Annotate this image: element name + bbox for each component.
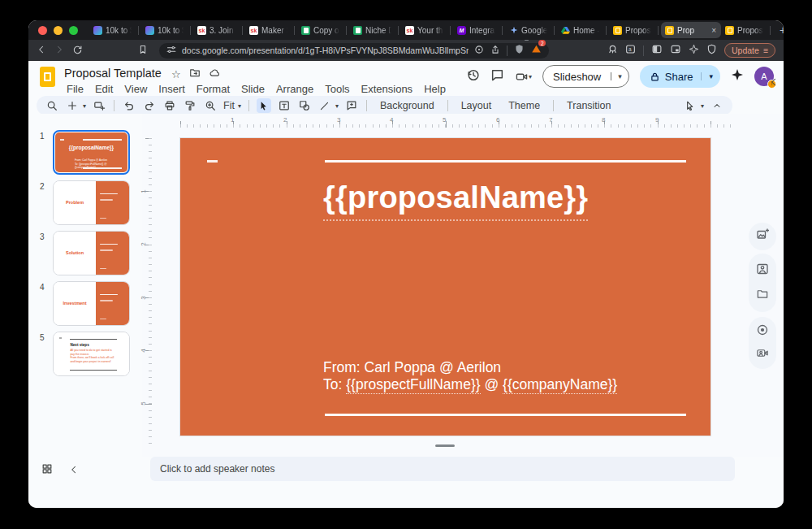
- menu-help[interactable]: Help: [418, 82, 451, 96]
- menu-edit[interactable]: Edit: [89, 82, 119, 96]
- browser-tab[interactable]: 10k to $1: [141, 22, 188, 38]
- theme-button[interactable]: Theme: [503, 100, 546, 111]
- redo-button[interactable]: [142, 98, 157, 113]
- folder-icon[interactable]: [756, 288, 769, 303]
- browser-tab[interactable]: Proposal: [609, 22, 655, 38]
- cloud-status-icon[interactable]: [209, 67, 221, 80]
- slide-fromto-textbox[interactable]: From: Carl Poppa @ Aerilon To: {{prospec…: [323, 359, 617, 393]
- browser-tab[interactable]: Google: [505, 22, 551, 38]
- slides-logo-icon[interactable]: [40, 67, 55, 87]
- slide-thumbnail-3[interactable]: 3 Solution: [53, 231, 130, 275]
- insert-line-icon[interactable]: [317, 98, 332, 113]
- undo-button[interactable]: [122, 98, 136, 113]
- bookmark-icon[interactable]: [138, 43, 148, 58]
- new-tab-button[interactable]: +: [780, 24, 784, 37]
- close-window-button[interactable]: [38, 26, 47, 35]
- document-title[interactable]: Proposal Template: [64, 67, 162, 80]
- site-settings-icon[interactable]: [166, 43, 176, 58]
- meet-camera-icon[interactable]: ▾: [515, 71, 532, 83]
- address-bar[interactable]: docs.google.com/presentation/d/1gT-H8iVP…: [159, 43, 549, 59]
- tab-search-icon[interactable]: a: [625, 43, 636, 58]
- camera-record-icon[interactable]: [756, 347, 769, 362]
- slideshow-button[interactable]: Slideshow: [543, 71, 611, 83]
- line-dropdown[interactable]: ▾: [335, 102, 339, 110]
- browser-tab[interactable]: Niche Di: [349, 22, 395, 38]
- slide-thumbnail-1[interactable]: 1 {{proposalName}} From: Carl Poppa @ Ae…: [53, 130, 130, 175]
- insert-image-icon[interactable]: [756, 228, 769, 245]
- select-tool-icon[interactable]: [257, 98, 271, 113]
- side-panel-icon[interactable]: [651, 43, 663, 58]
- chevron-down-icon[interactable]: ▾: [529, 73, 532, 80]
- collapse-toolbar-icon[interactable]: [710, 98, 724, 113]
- move-folder-icon[interactable]: [189, 67, 201, 80]
- prospect-chip[interactable]: {{prospectFullName}}: [346, 376, 480, 394]
- slide-title-textbox[interactable]: {{proposalName}}: [323, 180, 588, 221]
- photo-library-icon[interactable]: [756, 262, 769, 279]
- add-slide-dropdown[interactable]: ▾: [83, 102, 86, 110]
- reading-mode-icon[interactable]: [474, 43, 484, 58]
- browser-tab[interactable]: Home -: [557, 22, 603, 38]
- browser-tab[interactable]: sk3. Join 3: [193, 22, 240, 38]
- menu-file[interactable]: File: [61, 82, 89, 96]
- record-icon[interactable]: [756, 323, 769, 340]
- picture-in-picture-icon[interactable]: [670, 43, 681, 58]
- layout-button[interactable]: Layout: [456, 100, 498, 111]
- slide-thumbnail-4[interactable]: 4 Investment: [53, 281, 130, 326]
- pointer-dropdown[interactable]: ▾: [701, 102, 704, 110]
- print-button[interactable]: [162, 98, 177, 113]
- gemini-sparkle-icon[interactable]: [731, 68, 744, 85]
- menu-view[interactable]: View: [119, 82, 153, 96]
- background-button[interactable]: Background: [374, 100, 440, 111]
- collapse-sidebar-icon[interactable]: [769, 76, 779, 90]
- sparkle-icon[interactable]: [689, 43, 699, 58]
- extension-blob-icon[interactable]: [607, 43, 618, 58]
- insert-comment-icon[interactable]: [344, 98, 359, 113]
- insert-shape-icon[interactable]: [297, 98, 312, 113]
- menu-insert[interactable]: Insert: [153, 82, 191, 96]
- menu-format[interactable]: Format: [191, 82, 235, 96]
- forward-button[interactable]: [54, 45, 64, 56]
- paint-format-icon[interactable]: [183, 98, 197, 113]
- menu-slide[interactable]: Slide: [235, 82, 270, 96]
- reload-button[interactable]: [72, 45, 83, 57]
- update-browser-button[interactable]: Update≡: [724, 43, 775, 58]
- grid-view-icon[interactable]: [41, 463, 53, 478]
- back-button[interactable]: [37, 45, 46, 56]
- comments-icon[interactable]: [490, 68, 504, 85]
- browser-tab[interactable]: Copy of: [297, 22, 343, 38]
- version-history-icon[interactable]: [466, 68, 480, 85]
- transition-button[interactable]: Transition: [561, 100, 616, 111]
- browser-tab[interactable]: 10k to $1: [89, 22, 136, 38]
- slide-thumbnail-2[interactable]: 2 Problem: [53, 180, 130, 225]
- menu-arrange[interactable]: Arrange: [270, 82, 319, 96]
- new-slide-layout-icon[interactable]: [92, 98, 106, 113]
- notes-resize-handle[interactable]: [435, 444, 455, 447]
- company-chip[interactable]: {{companyName}}: [503, 376, 617, 394]
- browser-tab[interactable]: skYour thi: [401, 22, 447, 38]
- zoom-select[interactable]: Fit: [223, 100, 235, 111]
- pointer-options-icon[interactable]: [683, 98, 698, 113]
- browser-tab[interactable]: Proposal: [721, 22, 767, 38]
- shield-extension-icon[interactable]: [514, 43, 525, 58]
- menu-extensions[interactable]: Extensions: [356, 82, 419, 96]
- minimize-window-button[interactable]: [54, 26, 63, 35]
- zoom-icon[interactable]: [203, 98, 218, 113]
- share-page-icon[interactable]: [490, 43, 500, 58]
- fullscreen-window-button[interactable]: [69, 26, 78, 35]
- zoom-dropdown[interactable]: ▾: [238, 102, 241, 110]
- star-icon[interactable]: ☆: [171, 68, 181, 80]
- browser-tab[interactable]: skMaker Sc: [245, 22, 292, 38]
- share-button[interactable]: Share: [640, 71, 702, 83]
- tab-close-icon[interactable]: ×: [710, 26, 717, 35]
- share-dropdown[interactable]: ▾: [701, 72, 720, 80]
- speaker-notes-input[interactable]: Click to add speaker notes: [150, 457, 735, 481]
- privacy-shield-icon[interactable]: [706, 43, 717, 58]
- collapse-filmstrip-icon[interactable]: [69, 463, 79, 478]
- slideshow-dropdown[interactable]: ▾: [611, 72, 628, 80]
- browser-tab[interactable]: MIntegrati: [453, 22, 499, 38]
- slide-editor-canvas[interactable]: {{proposalName}} From: Carl Poppa @ Aeri…: [180, 138, 710, 436]
- browser-tab-active[interactable]: Prop×: [661, 22, 721, 38]
- add-slide-button[interactable]: [65, 98, 80, 113]
- menu-tools[interactable]: Tools: [319, 82, 355, 96]
- triangle-extension-icon[interactable]: 2: [531, 43, 542, 58]
